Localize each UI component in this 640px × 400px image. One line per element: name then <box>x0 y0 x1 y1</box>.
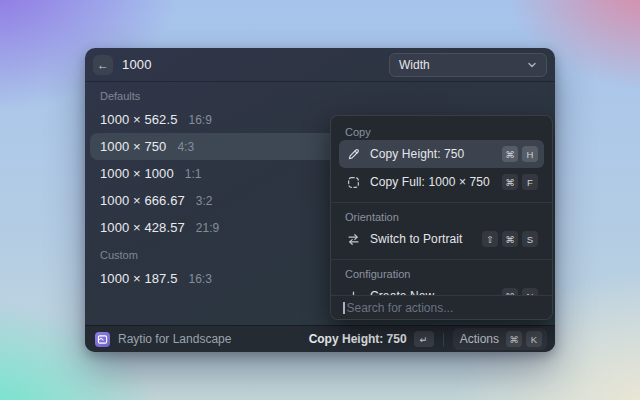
action-label: Switch to Portrait <box>370 232 482 246</box>
action-create-new[interactable]: Create New ⌘ N <box>339 282 544 295</box>
action-panel-list: Copy Copy Height: 750 ⌘ H Copy Full: <box>331 116 552 295</box>
f-key: F <box>522 174 538 190</box>
s-key: S <box>522 231 538 247</box>
item-ratio: 4:3 <box>177 140 194 154</box>
panel-section-title: Orientation <box>339 209 544 225</box>
item-dimensions: 1000 × 666.67 <box>100 193 185 208</box>
swap-arrows-icon <box>346 232 360 246</box>
n-key: N <box>522 288 538 295</box>
app-icon <box>95 332 110 347</box>
panel-section-title: Configuration <box>339 266 544 282</box>
actions-label: Actions <box>460 332 499 346</box>
search-placeholder: Search for actions... <box>347 301 454 315</box>
item-dimensions: 1000 × 187.5 <box>100 271 177 286</box>
item-ratio: 21:9 <box>196 221 219 235</box>
pencil-icon <box>346 147 360 161</box>
shortcut-keys: ⇧ ⌘ S <box>482 231 538 247</box>
panel-divider <box>331 259 552 260</box>
h-key: H <box>522 146 538 162</box>
shortcut-keys: ⌘ N <box>502 288 538 295</box>
desktop-background: ← 1000 Width Defaults 1000 × 562.5 16:9 … <box>0 0 640 400</box>
text-caret <box>343 302 345 314</box>
app-name: Raytio for Landscape <box>118 332 231 346</box>
search-query[interactable]: 1000 <box>122 57 152 72</box>
action-copy-height[interactable]: Copy Height: 750 ⌘ H <box>339 140 544 168</box>
shortcut-keys: ⌘ H <box>502 146 538 162</box>
command-key-icon: ⌘ <box>502 146 518 162</box>
back-button[interactable]: ← <box>93 55 113 75</box>
command-key-icon: ⌘ <box>502 288 518 295</box>
item-ratio: 3:2 <box>196 194 213 208</box>
action-switch-portrait[interactable]: Switch to Portrait ⇧ ⌘ S <box>339 225 544 253</box>
primary-action-label[interactable]: Copy Height: 750 <box>309 332 407 346</box>
action-label: Copy Full: 1000 × 750 <box>370 175 502 189</box>
status-bar: Raytio for Landscape Copy Height: 750 ↵ … <box>85 325 555 352</box>
action-copy-full[interactable]: Copy Full: 1000 × 750 ⌘ F <box>339 168 544 196</box>
panel-divider <box>331 202 552 203</box>
fullsize-icon <box>346 175 360 189</box>
item-ratio: 16:9 <box>188 113 211 127</box>
shortcut-keys: ⌘ F <box>502 174 538 190</box>
command-key-icon: ⌘ <box>506 331 522 347</box>
footer-actions: Copy Height: 750 ↵ Actions ⌘ K <box>309 328 547 350</box>
action-panel: Copy Copy Height: 750 ⌘ H Copy Full: <box>330 115 553 320</box>
panel-section-title: Copy <box>339 124 544 140</box>
footer-divider <box>443 333 444 346</box>
chevron-down-icon <box>527 60 537 70</box>
item-ratio: 16:3 <box>188 272 211 286</box>
dimension-mode-dropdown[interactable]: Width <box>389 53 547 77</box>
action-search-input[interactable]: Search for actions... <box>331 295 552 319</box>
dropdown-value: Width <box>399 58 527 72</box>
raycast-window: ← 1000 Width Defaults 1000 × 562.5 16:9 … <box>85 48 555 352</box>
command-key-icon: ⌘ <box>502 174 518 190</box>
section-title: Defaults <box>90 86 550 106</box>
action-label: Copy Height: 750 <box>370 147 502 161</box>
actions-button[interactable]: Actions ⌘ K <box>453 328 547 350</box>
window-header: ← 1000 Width <box>85 48 555 82</box>
item-dimensions: 1000 × 562.5 <box>100 112 177 127</box>
item-dimensions: 1000 × 428.57 <box>100 220 185 235</box>
item-dimensions: 1000 × 1000 <box>100 166 174 181</box>
command-key-icon: ⌘ <box>502 231 518 247</box>
shift-key-icon: ⇧ <box>482 231 498 247</box>
item-dimensions: 1000 × 750 <box>100 139 166 154</box>
return-key-icon: ↵ <box>414 331 434 347</box>
item-ratio: 1:1 <box>185 167 202 181</box>
k-key: K <box>526 331 542 347</box>
back-arrow-icon: ← <box>97 55 109 75</box>
